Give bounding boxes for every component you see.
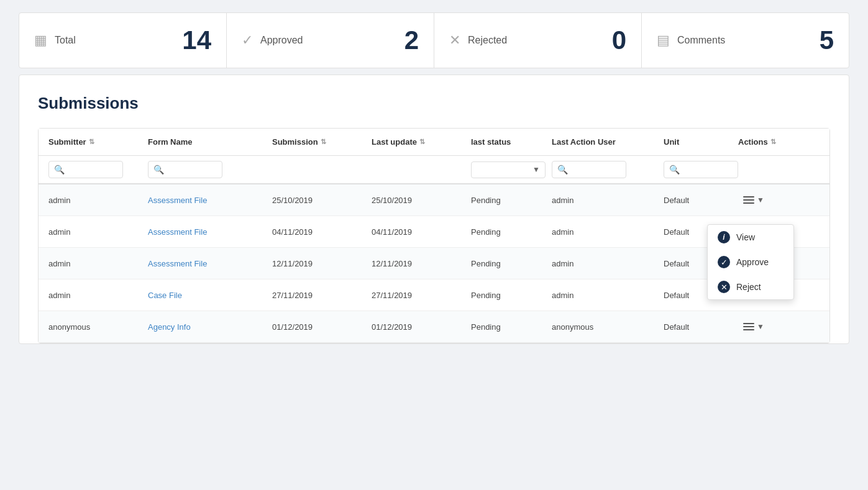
stat-value-approved: 2 bbox=[404, 25, 419, 55]
submissions-table: Submitter ⇅Form NameSubmission ⇅Last upd… bbox=[38, 128, 830, 343]
reject-icon: ✕ bbox=[718, 281, 730, 293]
table-row: anonymous Agency Info 01/12/2019 01/12/2… bbox=[39, 311, 829, 343]
cell-last-status: Pending bbox=[471, 259, 552, 268]
form-name-link[interactable]: Assessment File bbox=[148, 196, 207, 205]
cell-submitter: anonymous bbox=[48, 322, 148, 332]
sort-icon-submitter: ⇅ bbox=[89, 138, 94, 146]
sort-icon-submission: ⇅ bbox=[321, 138, 326, 146]
cell-last-action-user: admin bbox=[552, 259, 664, 268]
stat-value-total: 14 bbox=[182, 25, 211, 55]
stat-icon-approved: ✓ bbox=[242, 34, 253, 47]
actions-dropdown-menu: i View ✓ Approve ✕ Reject bbox=[707, 224, 794, 300]
last-status-dropdown[interactable]: PendingApprovedRejected ▼ bbox=[471, 161, 546, 178]
cell-last-update: 27/11/2019 bbox=[372, 291, 471, 300]
menu-item-reject[interactable]: ✕ Reject bbox=[708, 274, 793, 299]
cell-last-update: 04/11/2019 bbox=[372, 227, 471, 237]
table-row: admin Assessment File 25/10/2019 25/10/2… bbox=[39, 184, 829, 216]
form-name-link[interactable]: Assessment File bbox=[148, 259, 207, 268]
actions-button[interactable]: ▼ bbox=[738, 193, 769, 207]
form-name-search-box[interactable]: 🔍 bbox=[148, 161, 222, 178]
last-status-select[interactable]: PendingApprovedRejected bbox=[477, 165, 530, 175]
stat-label-rejected: Rejected bbox=[468, 35, 507, 46]
approve-icon: ✓ bbox=[718, 256, 730, 268]
col-header-last-action-user: Last Action User bbox=[552, 137, 664, 147]
cell-submission: 01/12/2019 bbox=[272, 322, 372, 332]
menu-item-view[interactable]: i View bbox=[708, 225, 793, 250]
last-action-user-search-icon: 🔍 bbox=[557, 165, 568, 175]
actions-lines-icon bbox=[743, 196, 754, 204]
form-name-search-input[interactable] bbox=[164, 165, 214, 175]
cell-submitter: admin bbox=[48, 291, 148, 300]
form-name-link[interactable]: Case File bbox=[148, 291, 182, 300]
actions-dropdown-arrow: ▼ bbox=[757, 196, 764, 204]
menu-label-view: View bbox=[736, 232, 755, 242]
sort-icon-last-update: ⇅ bbox=[419, 138, 425, 146]
col-header-submission[interactable]: Submission ⇅ bbox=[272, 137, 372, 147]
cell-submission: 27/11/2019 bbox=[272, 291, 372, 300]
col-header-last-update[interactable]: Last update ⇅ bbox=[372, 137, 471, 147]
stat-item-approved: ✓ Approved 2 bbox=[227, 13, 434, 68]
col-header-last-status: last status bbox=[471, 137, 552, 147]
cell-submitter: admin bbox=[48, 196, 148, 205]
stat-value-rejected: 0 bbox=[612, 25, 626, 55]
stat-value-comments: 5 bbox=[820, 25, 834, 55]
col-header-form-name: Form Name bbox=[148, 137, 272, 147]
cell-form-name[interactable]: Case File bbox=[148, 291, 272, 300]
submitter-search-input[interactable] bbox=[65, 165, 114, 175]
stat-item-comments: ▤ Comments 5 bbox=[642, 13, 849, 68]
cell-submission: 04/11/2019 bbox=[272, 227, 372, 237]
stat-label-comments: Comments bbox=[677, 35, 725, 46]
col-header-submitter[interactable]: Submitter ⇅ bbox=[48, 137, 148, 147]
submissions-section: Submissions Submitter ⇅Form NameSubmissi… bbox=[19, 75, 849, 344]
cell-last-status: Pending bbox=[471, 322, 552, 332]
cell-last-action-user: admin bbox=[552, 227, 664, 237]
cell-last-update: 01/12/2019 bbox=[372, 322, 471, 332]
actions-button[interactable]: ▼ bbox=[738, 320, 769, 333]
cell-last-update: 25/10/2019 bbox=[372, 196, 471, 205]
menu-item-approve[interactable]: ✓ Approve bbox=[708, 250, 793, 274]
sort-icon-actions: ⇅ bbox=[770, 138, 776, 146]
cell-form-name[interactable]: Assessment File bbox=[148, 259, 272, 268]
cell-actions[interactable]: ▼ i View ✓ Approve ✕ Reject bbox=[738, 193, 800, 207]
cell-last-action-user: admin bbox=[552, 291, 664, 300]
unit-search-box[interactable]: 🔍 bbox=[664, 161, 738, 178]
submitter-search-box[interactable]: 🔍 bbox=[48, 161, 123, 178]
submitter-search-icon: 🔍 bbox=[54, 165, 65, 175]
cell-form-name[interactable]: Assessment File bbox=[148, 196, 272, 205]
form-name-link[interactable]: Assessment File bbox=[148, 227, 207, 237]
cell-form-name[interactable]: Assessment File bbox=[148, 227, 272, 237]
actions-lines-icon bbox=[743, 323, 754, 330]
actions-dropdown-arrow: ▼ bbox=[757, 322, 764, 331]
cell-submitter: admin bbox=[48, 259, 148, 268]
menu-label-reject: Reject bbox=[736, 282, 761, 292]
table-body: admin Assessment File 25/10/2019 25/10/2… bbox=[39, 184, 829, 343]
stat-icon-comments: ▤ bbox=[657, 34, 670, 47]
last-action-user-search-input[interactable] bbox=[568, 165, 618, 175]
stats-bar: ▦ Total 14 ✓ Approved 2 ✕ Rejected 0 ▤ C… bbox=[19, 12, 849, 68]
cell-last-action-user: anonymous bbox=[552, 322, 664, 332]
view-icon: i bbox=[718, 231, 730, 243]
cell-unit: Default bbox=[664, 196, 738, 205]
last-action-user-search-box[interactable]: 🔍 bbox=[552, 161, 626, 178]
cell-unit: Default bbox=[664, 322, 738, 332]
submissions-title: Submissions bbox=[38, 94, 830, 113]
cell-form-name[interactable]: Agency Info bbox=[148, 322, 272, 332]
unit-search-input[interactable] bbox=[680, 165, 729, 175]
stat-label-approved: Approved bbox=[260, 35, 303, 46]
cell-last-status: Pending bbox=[471, 196, 552, 205]
form-name-link[interactable]: Agency Info bbox=[148, 322, 191, 332]
unit-search-icon: 🔍 bbox=[669, 165, 680, 175]
cell-last-action-user: admin bbox=[552, 196, 664, 205]
cell-submitter: admin bbox=[48, 227, 148, 237]
table-header: Submitter ⇅Form NameSubmission ⇅Last upd… bbox=[39, 129, 829, 156]
menu-label-approve: Approve bbox=[736, 257, 769, 267]
stat-item-total: ▦ Total 14 bbox=[19, 13, 227, 68]
cell-last-update: 12/11/2019 bbox=[372, 259, 471, 268]
cell-actions[interactable]: ▼ bbox=[738, 320, 800, 333]
status-dropdown-arrow: ▼ bbox=[532, 165, 540, 174]
table-filter-row: 🔍 🔍 PendingApprovedRejected ▼ 🔍 bbox=[39, 156, 829, 184]
cell-last-status: Pending bbox=[471, 291, 552, 300]
cell-submission: 25/10/2019 bbox=[272, 196, 372, 205]
col-header-unit: Unit bbox=[664, 137, 738, 147]
col-header-actions[interactable]: Actions ⇅ bbox=[738, 137, 800, 147]
